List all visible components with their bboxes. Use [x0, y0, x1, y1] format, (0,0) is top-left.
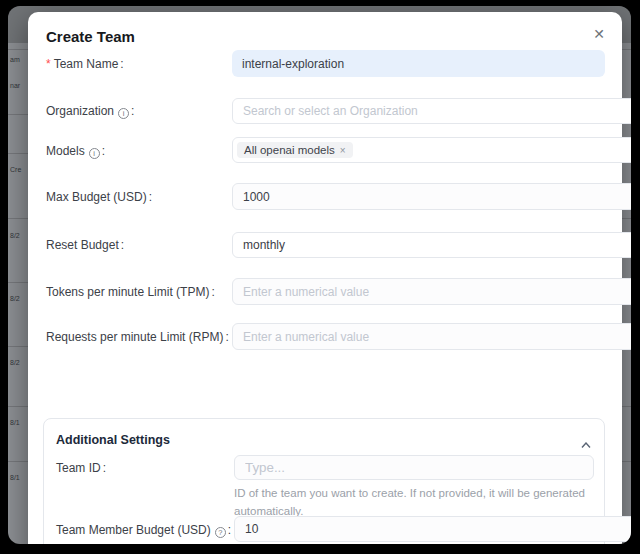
- modal-title: Create Team: [46, 28, 135, 45]
- team-id-label: Team ID:: [56, 461, 106, 475]
- max-budget-label: Max Budget (USD):: [46, 190, 152, 204]
- organization-row: Organizationi: Search or select an Organ…: [28, 98, 622, 124]
- required-asterisk: *: [46, 57, 51, 71]
- chevron-up-icon[interactable]: [581, 435, 591, 453]
- tpm-label: Tokens per minute Limit (TPM):: [46, 285, 215, 299]
- models-row: Modelsi: All openai models ×: [28, 137, 622, 163]
- backdrop-text-fragment: 8/1: [10, 419, 20, 426]
- organization-label: Organizationi:: [46, 104, 134, 118]
- team-id-input[interactable]: [234, 455, 594, 480]
- rpm-input[interactable]: [233, 324, 631, 349]
- create-team-modal: Create Team ✕ *Team Name: Organizationi:…: [28, 12, 622, 544]
- team-id-help-text: ID of the team you want to create. If no…: [234, 484, 602, 520]
- info-icon[interactable]: i: [89, 148, 100, 159]
- additional-settings-title: Additional Settings: [56, 433, 170, 447]
- close-icon[interactable]: ✕: [589, 24, 609, 44]
- max-budget-stepper: − +: [232, 183, 631, 210]
- info-icon[interactable]: i: [118, 108, 129, 119]
- backdrop-text-fragment: am: [10, 56, 20, 63]
- tag-remove-icon[interactable]: ×: [340, 145, 346, 156]
- models-select[interactable]: All openai models ×: [232, 137, 631, 163]
- backdrop-text-fragment: Cre: [10, 166, 21, 173]
- help-icon[interactable]: ?: [215, 527, 226, 538]
- backdrop-text-fragment: 8/1: [10, 474, 20, 481]
- model-tag: All openai models ×: [237, 142, 353, 158]
- models-label: Modelsi:: [46, 144, 105, 158]
- backdrop-text-fragment: 8/2: [10, 295, 20, 302]
- rpm-label: Requests per minute Limit (RPM):: [46, 330, 229, 344]
- backdrop-text-fragment: 8/2: [10, 359, 20, 366]
- rpm-stepper: − +: [232, 323, 631, 350]
- reset-budget-select[interactable]: monthly: [232, 232, 631, 258]
- backdrop-text-fragment: nar: [10, 82, 20, 89]
- team-name-input[interactable]: [232, 50, 605, 77]
- dimmed-page-backdrop: am nar Cre 8/2 8/2 8/2 8/1 8/1 Create Te…: [8, 6, 631, 544]
- backdrop-text-fragment: 8/2: [10, 232, 20, 239]
- reset-budget-label: Reset Budget:: [46, 238, 124, 252]
- tpm-stepper: − +: [232, 278, 631, 305]
- additional-settings-card: Additional Settings Team ID: ID of the t…: [43, 418, 605, 544]
- team-name-label: *Team Name:: [46, 57, 124, 71]
- team-member-budget-input[interactable]: [235, 517, 631, 541]
- max-budget-input[interactable]: [233, 184, 631, 209]
- organization-select[interactable]: Search or select an Organization: [232, 98, 631, 124]
- tpm-input[interactable]: [233, 279, 631, 304]
- team-member-budget-stepper: − +: [234, 516, 631, 542]
- team-member-budget-label: Team Member Budget (USD)?:: [56, 523, 231, 537]
- organization-placeholder: Search or select an Organization: [243, 104, 418, 118]
- model-tag-label: All openai models: [244, 144, 335, 156]
- reset-budget-row: Reset Budget: monthly: [28, 232, 622, 258]
- reset-budget-value: monthly: [243, 238, 285, 252]
